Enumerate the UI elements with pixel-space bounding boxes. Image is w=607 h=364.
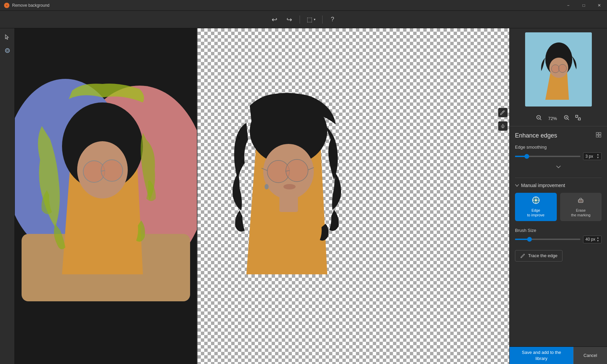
window-controls: − □ ✕ <box>560 0 607 11</box>
brush-size-slider: 40 px ▲ ▼ <box>515 236 602 243</box>
view-mode-icon: ⬚ <box>307 16 312 23</box>
save-label: Save and add to the library <box>522 350 561 361</box>
undo-button[interactable]: ↩ <box>269 13 281 26</box>
brush-size-track[interactable] <box>515 239 580 240</box>
erase-marking-button[interactable]: Erase the marking <box>560 193 602 221</box>
fit-to-screen-button[interactable] <box>574 113 582 123</box>
app-title: Remove background <box>12 3 50 8</box>
svg-point-2 <box>6 50 8 52</box>
svg-line-29 <box>540 119 541 120</box>
zoom-out-button[interactable] <box>535 113 543 123</box>
edge-to-improve-button[interactable]: Edge to improve <box>515 193 557 221</box>
svg-rect-34 <box>576 115 578 117</box>
toolbar-separator-1 <box>300 16 300 24</box>
save-button[interactable]: Save and add to the library <box>510 347 573 364</box>
edge-smoothing-value[interactable]: 3 px ▲ ▼ <box>583 152 602 160</box>
svg-point-14 <box>283 184 296 189</box>
minimize-button[interactable]: − <box>560 0 576 11</box>
section-divider <box>515 178 602 178</box>
enhance-header: Enhance edges <box>515 132 602 139</box>
svg-point-21 <box>265 184 269 189</box>
app-icon <box>4 3 9 8</box>
tool-select[interactable] <box>1 31 13 43</box>
trace-edge-container: Trace the edge <box>515 250 602 262</box>
tool-buttons: Edge to improve Erase the marking <box>515 193 602 221</box>
svg-rect-47 <box>578 200 583 203</box>
svg-point-26 <box>558 64 567 72</box>
redo-button[interactable]: ↪ <box>283 13 296 26</box>
pencil-icon <box>520 253 525 259</box>
canvas-right-svg <box>198 28 380 364</box>
tool-brush[interactable] <box>1 44 13 57</box>
zoom-in-button[interactable] <box>562 113 571 123</box>
svg-point-25 <box>551 65 559 73</box>
svg-line-33 <box>568 119 569 120</box>
edge-smoothing-label: Edge smoothing <box>515 145 602 150</box>
view-mode-dropdown[interactable]: ⬚ ▾ <box>304 14 318 25</box>
brush-size-value[interactable]: 40 px ▲ ▼ <box>583 236 602 243</box>
main-area: 72% <box>0 28 607 364</box>
edge-smoothing-track[interactable] <box>515 156 580 157</box>
manual-improvement-header[interactable]: Manual improvement <box>515 183 602 188</box>
left-tools <box>0 28 15 364</box>
trace-edge-label: Trace the edge <box>528 253 557 258</box>
cancel-button[interactable]: Cancel <box>573 347 607 364</box>
svg-point-1 <box>5 49 9 53</box>
svg-rect-35 <box>578 118 580 120</box>
trace-edge-button[interactable]: Trace the edge <box>515 250 563 262</box>
maximize-button[interactable]: □ <box>576 0 591 11</box>
svg-rect-43 <box>599 135 601 137</box>
preview-image-container <box>525 32 592 107</box>
main-toolbar: ↩ ↪ ⬚ ▾ ? <box>0 11 607 28</box>
edge-smoothing-slider: 3 px ▲ ▼ <box>515 152 602 160</box>
manual-improvement-title: Manual improvement <box>521 183 565 188</box>
edge-smoothing-container: Edge smoothing 3 px ▲ ▼ <box>515 145 602 160</box>
svg-point-46 <box>533 197 539 203</box>
titlebar: Remove background − □ ✕ <box>0 0 607 11</box>
svg-rect-40 <box>596 132 598 134</box>
edge-tool-icon <box>532 196 540 206</box>
canvas-left[interactable] <box>15 28 197 364</box>
canvas-left-svg <box>15 28 197 364</box>
edge-tool-label: Edge to improve <box>527 208 544 218</box>
collapse-button[interactable] <box>553 164 564 170</box>
zoom-value: 72% <box>546 116 559 121</box>
brush-size-label: Brush Size <box>515 228 602 233</box>
help-button[interactable]: ? <box>327 13 339 26</box>
bottom-buttons: Save and add to the library Cancel <box>510 346 607 364</box>
preview-svg <box>525 32 592 107</box>
dropdown-arrow-icon: ▾ <box>314 18 315 21</box>
svg-rect-42 <box>596 135 598 137</box>
brush-size-section: Brush Size 40 px ▲ ▼ <box>515 228 602 243</box>
svg-rect-15 <box>279 195 298 212</box>
erase-tool-icon <box>577 196 585 206</box>
enhance-edges-section: Enhance edges Edge smoothing <box>510 126 607 267</box>
zoom-controls: 72% <box>510 111 607 126</box>
sidebar-spacer <box>510 267 607 346</box>
svg-rect-41 <box>599 132 601 134</box>
enhance-title: Enhance edges <box>515 132 557 139</box>
close-button[interactable]: ✕ <box>591 0 607 11</box>
enhance-expand-button[interactable] <box>596 132 602 139</box>
preview-section <box>510 28 607 111</box>
canvas-right[interactable] <box>198 28 509 364</box>
toolbar-separator-2 <box>322 16 323 24</box>
erase-tool-label: Erase the marking <box>571 208 590 218</box>
canvas-area <box>15 28 509 364</box>
right-sidebar: 72% <box>509 28 607 364</box>
